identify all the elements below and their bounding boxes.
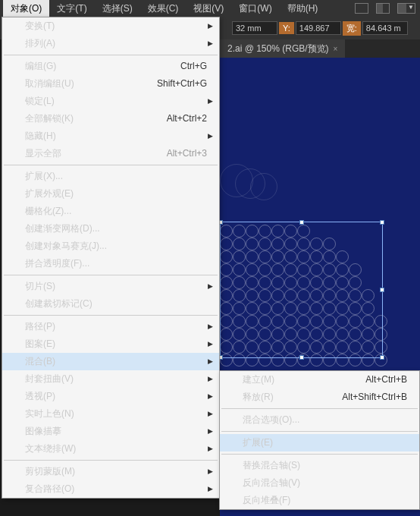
object-menu-item-23[interactable]: 封套扭曲(V)▶ [2, 370, 219, 388]
document-tab[interactable]: 2.ai @ 150% (RGB/预览) × [220, 39, 345, 58]
object-menu-item-24[interactable]: 透视(P)▶ [2, 388, 219, 405]
menu-item-label: 混合选项(O)... [243, 414, 299, 426]
menu-item-label: 扩展(E) [243, 436, 273, 449]
menubar: 对象(O) 文字(T) 选择(S) 效果(C) 视图(V) 窗口(W) 帮助(H… [0, 0, 420, 17]
menu-item-label: 隐藏(H) [25, 130, 56, 143]
handle-s[interactable] [299, 355, 304, 360]
submenu-arrow-icon: ▶ [208, 355, 213, 368]
layout-icon-2[interactable] [376, 3, 390, 14]
menu-item-label: 锁定(L) [25, 95, 55, 108]
submenu-arrow-icon: ▶ [208, 442, 213, 455]
object-menu-item-0[interactable]: 变换(T)▶ [2, 17, 219, 35]
submenu-arrow-icon: ▶ [208, 20, 213, 33]
menu-item-label: 扩展外观(E) [25, 187, 74, 200]
blend-menu-item-5[interactable]: 扩展(E) [220, 434, 419, 452]
object-menu-item-3[interactable]: 编组(G)Ctrl+G [2, 58, 219, 75]
menu-help[interactable]: 帮助(H) [280, 0, 326, 17]
menu-item-label: 剪切蒙版(M) [25, 465, 75, 478]
submenu-arrow-icon: ▶ [208, 425, 213, 438]
submenu-arrow-icon: ▶ [208, 373, 213, 385]
object-menu-item-4[interactable]: 取消编组(U)Shift+Ctrl+G [2, 75, 219, 93]
menu-shortcut: Alt+Ctrl+B [365, 373, 407, 386]
x-input[interactable]: 32 mm [232, 21, 277, 35]
menu-item-label: 实时上色(N) [25, 407, 74, 420]
menu-item-label: 扩展(X)... [25, 170, 63, 183]
menu-item-label: 反向堆叠(F) [243, 494, 290, 507]
object-menu-item-7[interactable]: 隐藏(H)▶ [2, 127, 219, 145]
object-menu-item-27[interactable]: 文本绕排(W)▶ [2, 440, 219, 458]
object-menu-item-14[interactable]: 创建对象马赛克(J)... [2, 238, 219, 255]
menu-item-label: 全部解锁(K) [25, 112, 74, 125]
handle-se[interactable] [380, 355, 384, 360]
object-menu-item-21[interactable]: 图案(E)▶ [2, 335, 219, 353]
blend-menu-item-1[interactable]: 释放(R)Alt+Shift+Ctrl+B [220, 389, 419, 406]
w-input[interactable]: 84.643 m [362, 21, 408, 35]
handle-ne[interactable] [380, 220, 384, 225]
menu-shortcut: Alt+Ctrl+3 [167, 147, 207, 160]
object-menu-item-13[interactable]: 创建渐变网格(D)... [2, 220, 219, 238]
object-menu-item-29[interactable]: 剪切蒙版(M)▶ [2, 463, 219, 480]
object-menu-item-26[interactable]: 图像描摹▶ [2, 423, 219, 440]
tab-bar: 2.ai @ 150% (RGB/预览) × [220, 39, 420, 58]
menu-shortcut: Shift+Ctrl+G [157, 77, 207, 90]
object-menu-item-17[interactable]: 切片(S)▶ [2, 278, 219, 295]
object-menu-item-15[interactable]: 拼合透明度(F)... [2, 255, 219, 272]
menu-item-label: 显示全部 [25, 147, 61, 160]
menu-item-label: 文本绕排(W) [25, 442, 76, 455]
object-menu-item-11: 扩展外观(E) [2, 185, 219, 203]
submenu-arrow-icon: ▶ [208, 390, 213, 403]
menu-shortcut: Alt+Shift+Ctrl+B [342, 391, 407, 404]
menu-item-label: 混合(B) [25, 355, 55, 368]
blend-menu-item-3[interactable]: 混合选项(O)... [220, 411, 419, 429]
layout-icon-1[interactable] [355, 3, 368, 14]
layout-icon-3[interactable]: ▼ [397, 3, 415, 14]
menu-item-label: 取消编组(U) [25, 77, 74, 90]
menu-shortcut: Alt+Ctrl+2 [167, 112, 207, 125]
submenu-arrow-icon: ▶ [208, 407, 213, 420]
object-menu-item-30[interactable]: 复合路径(O)▶ [2, 480, 219, 498]
blend-menu-item-9[interactable]: 反向堆叠(F) [220, 492, 419, 509]
menu-item-label: 反向混合轴(V) [243, 477, 300, 489]
menu-item-label: 创建渐变网格(D)... [25, 222, 100, 235]
menu-item-label: 释放(R) [243, 391, 274, 404]
object-menu-item-22[interactable]: 混合(B)▶ [2, 353, 219, 370]
menu-item-label: 创建对象马赛克(J)... [25, 240, 107, 253]
menu-item-label: 图案(E) [25, 338, 55, 351]
tab-close-icon[interactable]: × [334, 45, 338, 53]
submenu-arrow-icon: ▶ [208, 338, 213, 351]
object-menu-item-6[interactable]: 全部解锁(K)Alt+Ctrl+2 [2, 110, 219, 127]
handle-e[interactable] [380, 288, 384, 292]
object-menu-item-12[interactable]: 栅格化(Z)... [2, 203, 219, 220]
menu-item-label: 封套扭曲(V) [25, 373, 74, 385]
menu-view[interactable]: 视图(V) [186, 0, 231, 17]
w-label: 宽: [343, 21, 361, 36]
menu-item-label: 建立(M) [243, 373, 274, 386]
object-menu-item-20[interactable]: 路径(P)▶ [2, 318, 219, 335]
blend-menu-item-8[interactable]: 反向混合轴(V) [220, 474, 419, 492]
submenu-arrow-icon: ▶ [208, 320, 213, 333]
menu-object[interactable]: 对象(O) [3, 0, 49, 17]
menu-item-label: 排列(A) [25, 37, 55, 50]
blend-menu-item-7: 替换混合轴(S) [220, 457, 419, 474]
menu-shortcut: Ctrl+G [180, 60, 207, 73]
object-menu-item-5[interactable]: 锁定(L)▶ [2, 93, 219, 110]
menu-item-label: 路径(P) [25, 320, 55, 333]
object-menu-item-8: 显示全部Alt+Ctrl+3 [2, 145, 219, 162]
y-input[interactable]: 149.867 [296, 21, 341, 35]
menu-effect[interactable]: 效果(C) [140, 0, 186, 17]
submenu-arrow-icon: ▶ [208, 483, 213, 496]
menu-type[interactable]: 文字(T) [49, 0, 94, 17]
menu-item-label: 透视(P) [25, 390, 55, 403]
menu-item-label: 复合路径(O) [25, 483, 74, 496]
menu-item-label: 编组(G) [25, 60, 56, 73]
object-menu-item-25[interactable]: 实时上色(N)▶ [2, 405, 219, 423]
submenu-arrow-icon: ▶ [208, 130, 213, 143]
handle-n[interactable] [299, 220, 304, 225]
object-menu-item-10[interactable]: 扩展(X)... [2, 168, 219, 185]
menu-item-label: 拼合透明度(F)... [25, 257, 89, 270]
menu-select[interactable]: 选择(S) [95, 0, 140, 17]
blend-menu-item-0[interactable]: 建立(M)Alt+Ctrl+B [220, 371, 419, 389]
object-menu-item-1[interactable]: 排列(A)▶ [2, 35, 219, 52]
menu-window[interactable]: 窗口(W) [231, 0, 279, 17]
object-menu-item-18[interactable]: 创建裁切标记(C) [2, 295, 219, 313]
